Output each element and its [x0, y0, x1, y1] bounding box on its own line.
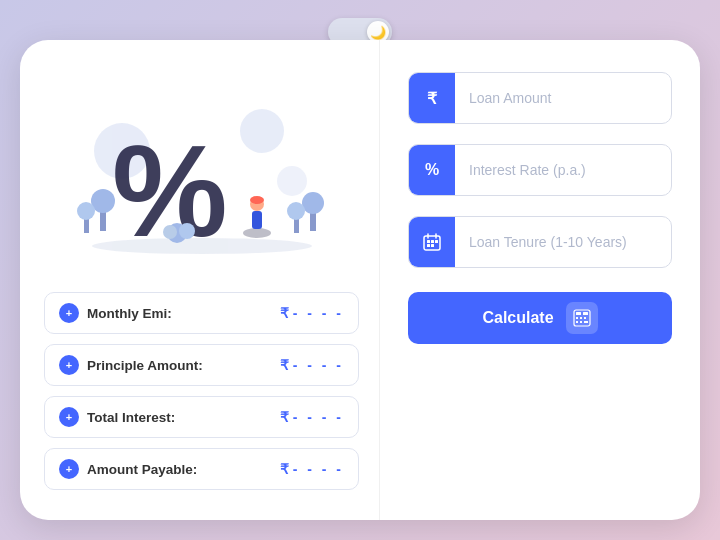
moon-icon: 🌙: [370, 25, 386, 40]
svg-rect-5: [100, 211, 106, 231]
principle-amount-icon: +: [59, 355, 79, 375]
svg-rect-21: [427, 240, 430, 243]
principle-amount-label: Principle Amount:: [87, 358, 203, 373]
svg-rect-25: [431, 244, 434, 247]
svg-rect-9: [310, 213, 316, 231]
amount-payable-icon: +: [59, 459, 79, 479]
calculate-button[interactable]: Calculate: [408, 292, 672, 344]
svg-point-10: [302, 192, 324, 214]
right-panel: ₹ %: [380, 40, 700, 520]
svg-rect-29: [576, 312, 581, 315]
svg-text:%: %: [112, 118, 228, 264]
svg-rect-30: [583, 312, 588, 315]
loan-tenure-group: [408, 216, 672, 268]
amount-payable-row: + Amount Payable: ₹ - - - -: [44, 448, 359, 490]
principle-amount-row: + Principle Amount: ₹ - - - -: [44, 344, 359, 386]
results-section: + Monthly Emi: ₹ - - - - + Principle Amo…: [44, 292, 359, 500]
loan-amount-icon: ₹: [409, 73, 455, 123]
principle-amount-value: - - - -: [293, 357, 344, 373]
total-interest-rupee: ₹: [280, 409, 289, 425]
svg-rect-36: [584, 321, 588, 323]
total-interest-label: Total Interest:: [87, 410, 175, 425]
svg-rect-24: [427, 244, 430, 247]
loan-tenure-icon: [409, 217, 455, 267]
left-panel: %: [20, 40, 380, 520]
monthly-emi-rupee: ₹: [280, 305, 289, 321]
svg-point-8: [77, 202, 95, 220]
svg-point-16: [250, 196, 264, 204]
svg-point-13: [243, 228, 271, 238]
calculator-icon: [566, 302, 598, 334]
principle-amount-rupee: ₹: [280, 357, 289, 373]
svg-rect-14: [252, 211, 262, 229]
svg-rect-31: [576, 317, 578, 319]
svg-point-1: [240, 109, 284, 153]
calendar-icon: [422, 232, 442, 252]
svg-rect-35: [580, 321, 582, 323]
main-card: %: [20, 40, 700, 520]
amount-payable-label: Amount Payable:: [87, 462, 197, 477]
svg-rect-34: [576, 321, 578, 323]
svg-point-18: [179, 223, 195, 239]
svg-rect-11: [294, 219, 299, 233]
monthly-emi-label: Monthly Emi:: [87, 306, 172, 321]
percent-illustration: %: [62, 71, 342, 271]
illustration-area: %: [44, 60, 359, 282]
total-interest-icon: +: [59, 407, 79, 427]
monthly-emi-icon: +: [59, 303, 79, 323]
svg-rect-23: [435, 240, 438, 243]
amount-payable-value: - - - -: [293, 461, 344, 477]
calculate-label: Calculate: [482, 309, 553, 327]
loan-tenure-input[interactable]: [455, 234, 671, 250]
total-interest-value: - - - -: [293, 409, 344, 425]
svg-rect-33: [584, 317, 586, 319]
monthly-emi-value: - - - -: [293, 305, 344, 321]
amount-payable-rupee: ₹: [280, 461, 289, 477]
loan-amount-group: ₹: [408, 72, 672, 124]
svg-point-19: [163, 225, 177, 239]
svg-point-12: [287, 202, 305, 220]
total-interest-row: + Total Interest: ₹ - - - -: [44, 396, 359, 438]
interest-rate-group: %: [408, 144, 672, 196]
monthly-emi-row: + Monthly Emi: ₹ - - - -: [44, 292, 359, 334]
svg-point-2: [277, 166, 307, 196]
interest-rate-input[interactable]: [455, 162, 671, 178]
svg-rect-7: [84, 219, 89, 233]
svg-rect-22: [431, 240, 434, 243]
loan-amount-input[interactable]: [455, 90, 671, 106]
svg-rect-32: [580, 317, 582, 319]
interest-rate-icon: %: [409, 145, 455, 195]
